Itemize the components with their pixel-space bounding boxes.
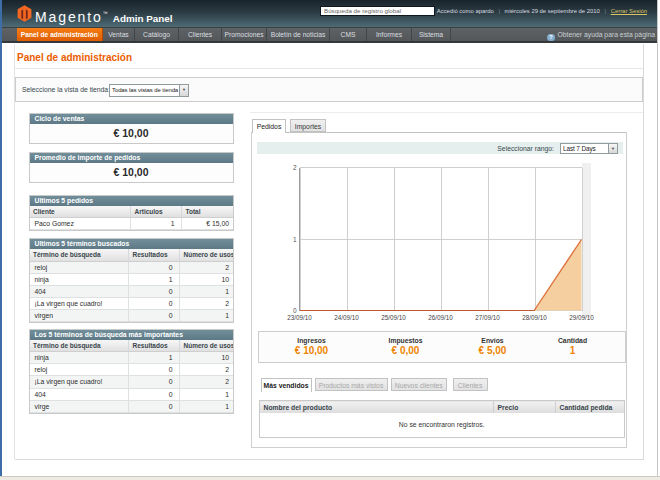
svg-text:23/09/10: 23/09/10: [287, 314, 312, 321]
svg-text:2: 2: [293, 164, 297, 171]
svg-text:26/09/10: 26/09/10: [428, 314, 453, 321]
svg-text:27/09/10: 27/09/10: [475, 314, 500, 321]
svg-text:25/09/10: 25/09/10: [381, 314, 406, 321]
svg-text:24/09/10: 24/09/10: [334, 314, 359, 321]
svg-text:28/09/10: 28/09/10: [522, 314, 547, 321]
svg-text:29/09/10: 29/09/10: [569, 314, 594, 321]
svg-text:1: 1: [293, 236, 297, 243]
